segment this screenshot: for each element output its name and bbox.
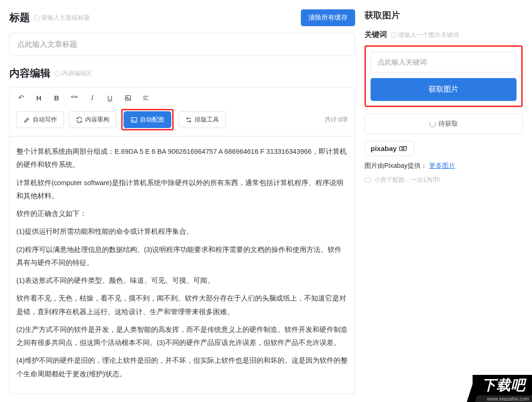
- quote-icon[interactable]: ““: [70, 93, 79, 102]
- watermark-text: 下载吧: [473, 375, 532, 395]
- sidebar-title: 获取图片: [364, 9, 523, 22]
- fetch-image-button[interactable]: 获取图片: [371, 78, 517, 101]
- restructure-button[interactable]: 内容重构: [69, 111, 117, 128]
- editor-hint: i 内容编辑区: [54, 69, 92, 78]
- editor-toolbar: ↶ H B ““ I U 自动写作 内容重构: [9, 87, 355, 136]
- paragraph: 软件看不见，无色，枯燥，看不见，摸不到，闻不到。软件大部分存在于人们的头脑或纸上…: [16, 292, 348, 318]
- info-icon: i: [34, 15, 40, 21]
- keyword-hint: i 请输入一个图片关键词: [391, 31, 459, 39]
- layout-tool-button[interactable]: 排版工具: [178, 111, 226, 128]
- layout-icon: [185, 116, 192, 123]
- main-column: 标题 i 请输入主题或标题 清除所有缓存 内容编辑 i 内容编辑区 ↶ H B …: [9, 9, 355, 394]
- pencil-icon: [23, 116, 30, 123]
- svg-point-6: [402, 147, 404, 150]
- paragraph: 整个计算机系统由两部分组成：E.69DA 5 E 6 BA 9062616964…: [16, 145, 348, 172]
- watermark-url: www.xiazaiba.com: [473, 395, 532, 402]
- image-sidebar: 获取图片 关键词 i 请输入一个图片关键词 获取图片 待获取 pixabay 图…: [364, 9, 523, 394]
- bowl-icon: [364, 178, 372, 182]
- title-hint: i 请输入主题或标题: [34, 14, 90, 22]
- cost-tip: 小虎子配图，一次1淘币!: [364, 176, 523, 184]
- keyword-label: 关键词: [364, 30, 387, 40]
- pending-status: 待获取: [364, 114, 523, 134]
- italic-icon[interactable]: I: [87, 93, 97, 102]
- keyword-input[interactable]: [371, 51, 517, 72]
- editor-label: 内容编辑: [9, 66, 51, 80]
- align-left-icon[interactable]: [141, 93, 150, 102]
- auto-image-button[interactable]: 自动配图: [124, 111, 171, 128]
- paragraph: (4)维护不同的硬件是旧的，理论上软件是旧的，并不坏，但实际上软件也是旧的和坏的…: [16, 354, 348, 380]
- undo-icon[interactable]: ↶: [16, 93, 26, 102]
- article-title-input[interactable]: [9, 33, 355, 56]
- bold-icon[interactable]: B: [52, 93, 61, 102]
- svg-point-3: [187, 118, 188, 119]
- refresh-icon: [76, 116, 83, 123]
- clear-cache-button[interactable]: 清除所有缓存: [301, 9, 355, 26]
- title-label: 标题: [9, 11, 30, 25]
- more-images-link[interactable]: 更多图片: [429, 162, 455, 169]
- keyword-highlight-box: 获取图片: [364, 45, 523, 107]
- auto-image-highlight: 自动配图: [121, 109, 174, 130]
- info-icon: i: [54, 71, 60, 77]
- image-credit: 图片由Pixabay提供： 更多图片: [364, 162, 523, 170]
- title-header: 标题 i 请输入主题或标题 清除所有缓存: [9, 9, 355, 26]
- keyword-row: 关键词 i 请输入一个图片关键词: [364, 30, 523, 40]
- word-count: 共计:0字: [325, 115, 348, 124]
- watermark: 下载吧 www.xiazaiba.com: [473, 375, 532, 402]
- paragraph: (2)生产方式不同的软件是开发，是人类智能的高发挥，而不是传统意义上的硬件制造。…: [16, 323, 348, 350]
- format-row: ↶ H B ““ I U: [16, 93, 348, 102]
- paragraph: 计算机软件(computer software)是指计算机系统中除硬件以外的所有…: [16, 176, 348, 203]
- underline-icon[interactable]: U: [105, 93, 115, 102]
- info-icon: i: [391, 32, 397, 38]
- loading-icon: [430, 121, 436, 127]
- paragraph: (2)程序可以满意地处理信息的数据结构。(3)说明程序功能要求和程序需要的文档的…: [16, 243, 348, 270]
- paragraph: (1)表达形式不同的硬件类型、颜色、味道、可见、可摸、可闻。: [16, 274, 348, 287]
- svg-rect-2: [131, 117, 137, 122]
- editor-content[interactable]: 整个计算机系统由两部分组成：E.69DA 5 E 6 BA 9062616964…: [9, 136, 355, 394]
- tool-button-row: 自动写作 内容重构 自动配图 排版工具 共计:0字: [16, 109, 348, 130]
- picture-icon: [131, 116, 138, 123]
- svg-point-4: [189, 121, 191, 122]
- image-icon[interactable]: [123, 93, 132, 102]
- camera-icon: [399, 145, 408, 151]
- pixabay-badge: pixabay: [364, 141, 414, 156]
- paragraph: 软件的正确含义如下：: [16, 207, 348, 220]
- editor-header: 内容编辑 i 内容编辑区: [9, 66, 355, 80]
- heading-icon[interactable]: H: [34, 93, 44, 102]
- auto-write-button[interactable]: 自动写作: [16, 111, 64, 128]
- paragraph: (1)提供运行时所需功能和性能的命令或计算机程序集合。: [16, 225, 348, 238]
